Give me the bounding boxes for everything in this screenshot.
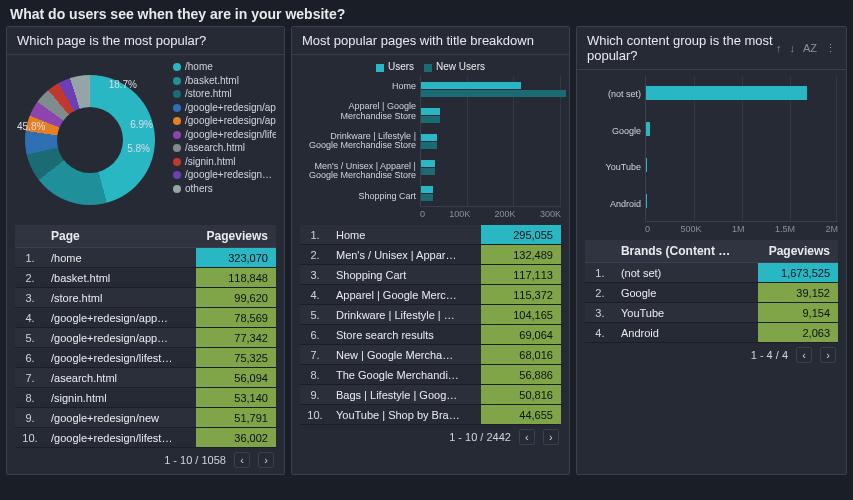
legend-item[interactable]: others <box>173 183 276 195</box>
legend-item[interactable]: /home <box>173 61 276 73</box>
row-rank: 9. <box>300 389 330 401</box>
page-prev[interactable]: ‹ <box>519 429 535 445</box>
table-row[interactable]: 2.Men's / Unisex | Appar…132,489 <box>300 245 561 265</box>
legend-label: /home <box>185 61 213 73</box>
row-value: 115,372 <box>481 285 561 304</box>
kebab-menu-icon[interactable]: ⋮ <box>825 42 836 55</box>
row-value: 50,816 <box>481 385 561 404</box>
row-value: 51,791 <box>196 408 276 427</box>
table-row[interactable]: 1./home323,070 <box>15 248 276 268</box>
row-value: 9,154 <box>758 303 838 322</box>
legend-label: /google+redesign/apparel <box>185 115 276 127</box>
axis-label: Home <box>300 82 420 91</box>
table-row[interactable]: 3./store.html99,620 <box>15 288 276 308</box>
table-row[interactable]: 2./basket.html118,848 <box>15 268 276 288</box>
row-value: 36,002 <box>196 428 276 447</box>
legend-label: /store.html <box>185 88 232 100</box>
row-name: /google+redesign/app… <box>45 332 196 344</box>
bar-new-users[interactable] <box>421 90 566 97</box>
row-rank: 10. <box>300 409 330 421</box>
legend-item[interactable]: /signin.html <box>173 156 276 168</box>
table-row[interactable]: 6./google+redesign/lifest…75,325 <box>15 348 276 368</box>
table-row[interactable]: 5.Drinkware | Lifestyle | …104,165 <box>300 305 561 325</box>
donut-chart: 45.8% 18.7% 6.9% 5.8% /home/basket.html/… <box>7 55 284 225</box>
table-row[interactable]: 3.Shopping Cart117,113 <box>300 265 561 285</box>
page-next[interactable]: › <box>543 429 559 445</box>
legend-new-users: New Users <box>436 61 485 72</box>
table-header: Page Pageviews <box>15 225 276 248</box>
row-rank: 5. <box>15 332 45 344</box>
table-row[interactable]: 1.(not set)1,673,525 <box>585 263 838 283</box>
sort-desc-icon[interactable]: ↓ <box>789 42 795 55</box>
bar-users[interactable] <box>421 134 437 141</box>
legend-item[interactable]: /google+redesign… <box>173 169 276 181</box>
legend-label: /google+redesign/apparel/mens <box>185 102 276 114</box>
table-row[interactable]: 7./asearch.html56,094 <box>15 368 276 388</box>
table-row[interactable]: 10.YouTube | Shop by Bra…44,655 <box>300 405 561 425</box>
table-body: 1.Home295,0552.Men's / Unisex | Appar…13… <box>300 225 561 425</box>
table-row[interactable]: 10./google+redesign/lifest…36,002 <box>15 428 276 448</box>
row-rank: 2. <box>585 287 615 299</box>
bar[interactable] <box>646 158 647 172</box>
row-rank: 8. <box>300 369 330 381</box>
swatch-icon <box>173 117 181 125</box>
bar[interactable] <box>646 122 650 136</box>
axis-label: YouTube <box>585 162 645 172</box>
axis-label: Shopping Cart <box>300 192 420 201</box>
axis-label: Men's / Unisex | Apparel | Google Mercha… <box>300 162 420 181</box>
table-row[interactable]: 9./google+redesign/new51,791 <box>15 408 276 428</box>
bar-users[interactable] <box>421 82 521 89</box>
table-row[interactable]: 8.The Google Merchandi…56,886 <box>300 365 561 385</box>
bar[interactable] <box>646 86 807 100</box>
legend-item[interactable]: /store.html <box>173 88 276 100</box>
table-row[interactable]: 9.Bags | Lifestyle | Goog…50,816 <box>300 385 561 405</box>
bar-new-users[interactable] <box>421 116 440 123</box>
row-value: 78,569 <box>196 308 276 327</box>
page-next[interactable]: › <box>820 347 836 363</box>
sort-asc-icon[interactable]: ↑ <box>776 42 782 55</box>
swatch-icon <box>173 144 181 152</box>
bar-users[interactable] <box>421 108 440 115</box>
row-rank: 9. <box>15 412 45 424</box>
table-row[interactable]: 4.Apparel | Google Merc…115,372 <box>300 285 561 305</box>
bar-users[interactable] <box>421 186 433 193</box>
row-rank: 4. <box>15 312 45 324</box>
row-name: Android <box>615 327 758 339</box>
page-prev[interactable]: ‹ <box>234 452 250 468</box>
table-row[interactable]: 6.Store search results69,064 <box>300 325 561 345</box>
bar-new-users[interactable] <box>421 142 437 149</box>
table-row[interactable]: 4./google+redesign/app…78,569 <box>15 308 276 328</box>
bar-new-users[interactable] <box>421 168 435 175</box>
table-row[interactable]: 7.New | Google Mercha…68,016 <box>300 345 561 365</box>
table-row[interactable]: 3.YouTube9,154 <box>585 303 838 323</box>
tick-label: 0 <box>645 224 650 234</box>
legend-item[interactable]: /asearch.html <box>173 142 276 154</box>
donut-legend: /home/basket.html/store.html/google+rede… <box>173 61 276 219</box>
bar-users[interactable] <box>421 160 435 167</box>
pct-label: 45.8% <box>17 121 45 132</box>
sort-az-icon[interactable]: AZ <box>803 42 817 55</box>
table-row[interactable]: 8./signin.html53,140 <box>15 388 276 408</box>
row-name: /home <box>45 252 196 264</box>
table-row[interactable]: 1.Home295,055 <box>300 225 561 245</box>
row-value: 323,070 <box>196 248 276 267</box>
legend-item[interactable]: /basket.html <box>173 75 276 87</box>
legend-item[interactable]: /google+redesign/lifestyle/drinkware <box>173 129 276 141</box>
row-value: 118,848 <box>196 268 276 287</box>
row-value: 104,165 <box>481 305 561 324</box>
table-row[interactable]: 2.Google39,152 <box>585 283 838 303</box>
row-value: 1,673,525 <box>758 263 838 282</box>
row-name: YouTube <box>615 307 758 319</box>
page-prev[interactable]: ‹ <box>796 347 812 363</box>
table-row[interactable]: 5./google+redesign/app…77,342 <box>15 328 276 348</box>
legend-item[interactable]: /google+redesign/apparel <box>173 115 276 127</box>
page-next[interactable]: › <box>258 452 274 468</box>
swatch-icon <box>173 185 181 193</box>
table-row[interactable]: 4.Android2,063 <box>585 323 838 343</box>
panel-title: Most popular pages with title breakdown <box>302 33 534 48</box>
row-rank: 3. <box>300 269 330 281</box>
legend-item[interactable]: /google+redesign/apparel/mens <box>173 102 276 114</box>
tick-label: 200K <box>495 209 516 219</box>
bar-new-users[interactable] <box>421 194 433 201</box>
tick-label: 1.5M <box>775 224 795 234</box>
